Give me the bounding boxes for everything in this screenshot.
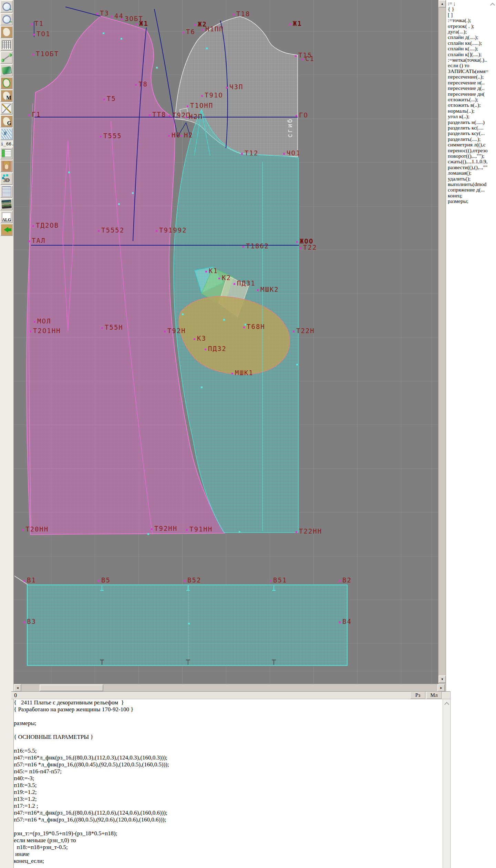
point-marker[interactable] <box>194 338 195 340</box>
command-item[interactable]: сплайн кк(.....); <box>448 40 496 46</box>
algorithm-editor[interactable]: { 2411 Платье с декоративным рельефом }{… <box>14 699 443 868</box>
point-marker[interactable] <box>136 23 137 25</box>
grid-icon[interactable] <box>0 39 13 51</box>
point-marker[interactable] <box>186 529 188 531</box>
zoom-pan-icon[interactable]: ~ <box>0 13 13 25</box>
command-item[interactable]: :=метка(точка(.).. <box>448 57 496 63</box>
scroll-right-button[interactable]: ► <box>437 684 445 692</box>
command-item[interactable]: ломаная(); <box>448 170 496 176</box>
command-item[interactable]: сопряжение д(... <box>448 187 496 193</box>
point-marker[interactable] <box>101 327 103 329</box>
point-marker[interactable] <box>98 580 100 582</box>
scroll-left-button[interactable]: ◄ <box>14 684 21 692</box>
point-marker[interactable] <box>151 528 153 530</box>
curve-point-marker[interactable] <box>156 67 158 69</box>
command-item[interactable]: пересечение д(.. <box>448 85 496 91</box>
command-item[interactable]: разделить(....); <box>448 136 496 142</box>
size-table-icon[interactable] <box>0 147 13 159</box>
command-item[interactable]: удалить(); <box>448 176 496 182</box>
point-marker[interactable] <box>156 230 157 232</box>
point-marker[interactable] <box>296 241 298 243</box>
point-marker[interactable] <box>241 153 243 155</box>
ruler-icon[interactable]: 8 <box>0 128 13 140</box>
point-marker[interactable] <box>96 13 98 15</box>
measure-icon[interactable] <box>0 51 13 64</box>
command-item[interactable]: дуга(...); <box>448 29 496 34</box>
curve-point-marker[interactable] <box>223 319 225 321</box>
exit-icon[interactable] <box>0 224 13 236</box>
point-marker[interactable] <box>168 135 170 137</box>
command-item[interactable]: отложить(...); <box>448 97 496 102</box>
curve-point-marker[interactable] <box>121 38 122 40</box>
point-marker[interactable] <box>183 32 184 33</box>
point-marker[interactable] <box>34 321 35 323</box>
point-marker[interactable] <box>100 136 102 137</box>
curve-point-marker[interactable] <box>182 313 184 315</box>
command-item[interactable]: симметрия л((),с <box>448 142 496 147</box>
command-item[interactable]: сплайн к[](....); <box>448 52 496 57</box>
command-item[interactable]: размеры; <box>448 198 496 204</box>
command-item[interactable]: отрезок( . ); <box>448 23 496 29</box>
curve-point-marker[interactable] <box>147 533 149 535</box>
point-marker[interactable] <box>339 580 341 582</box>
command-item[interactable]: выполнить(dmod <box>448 182 496 187</box>
command-item[interactable]: :=точка(.); <box>448 18 496 23</box>
point-marker[interactable] <box>218 278 220 279</box>
command-item[interactable]: сжать((),..,1.1,0.9, <box>448 159 496 164</box>
point-marker[interactable] <box>233 14 235 16</box>
pattern-piece-icon[interactable] <box>0 26 13 38</box>
point-marker[interactable] <box>296 531 297 533</box>
command-item[interactable]: развести((),(),..,"" <box>448 165 496 170</box>
point-marker[interactable] <box>28 114 30 116</box>
point-marker[interactable] <box>293 331 294 332</box>
point-marker[interactable] <box>289 23 291 25</box>
command-item[interactable]: нормаль(..); <box>448 108 496 114</box>
piece-outline-icon[interactable] <box>0 77 13 89</box>
point-marker[interactable] <box>300 247 301 249</box>
curve-point-marker[interactable] <box>68 172 70 173</box>
point-marker[interactable] <box>169 115 170 117</box>
point-marker[interactable] <box>226 87 228 89</box>
model-icon[interactable]: M <box>0 90 13 102</box>
point-marker[interactable] <box>339 621 341 623</box>
point-marker[interactable] <box>164 331 166 332</box>
status-button-Мл[interactable]: Мл <box>426 692 442 699</box>
point-marker[interactable] <box>234 283 235 285</box>
point-marker[interactable] <box>103 99 105 100</box>
point-marker[interactable] <box>283 153 285 155</box>
command-item[interactable]: пересечение(..); <box>448 74 496 80</box>
point-marker[interactable] <box>231 373 233 374</box>
command-item[interactable]: отложить в(..); <box>448 102 496 108</box>
point-marker[interactable] <box>31 23 33 25</box>
canvas-vertical-scrollbar[interactable]: ▲ ▼ <box>438 0 446 684</box>
curve-point-marker[interactable] <box>118 203 120 205</box>
point-marker[interactable] <box>242 246 244 248</box>
command-item[interactable]: угол к(..); <box>448 114 496 119</box>
drafting-tools-icon[interactable] <box>0 102 13 115</box>
point-marker[interactable] <box>33 34 35 35</box>
point-marker[interactable] <box>149 114 151 116</box>
editor-scrollbar[interactable] <box>443 699 450 868</box>
point-marker[interactable] <box>194 24 196 26</box>
point-marker[interactable] <box>30 331 31 332</box>
library-books-icon[interactable] <box>0 198 13 210</box>
command-item[interactable]: [ ] <box>448 12 496 18</box>
curve-point-marker[interactable] <box>296 364 298 365</box>
algorithm-icon[interactable]: ALG <box>0 211 13 223</box>
client-portrait-icon[interactable] <box>0 160 13 172</box>
point-marker[interactable] <box>296 115 297 117</box>
point-marker[interactable] <box>28 240 30 242</box>
command-item[interactable]: поворот((),..,""); <box>448 153 496 159</box>
command-item[interactable]: { } <box>448 6 496 12</box>
curve-point-marker[interactable] <box>132 192 134 194</box>
point-marker[interactable] <box>201 95 203 97</box>
curve-point-marker[interactable] <box>201 386 203 388</box>
belt-piece[interactable] <box>27 585 347 665</box>
command-item[interactable]: если () то <box>448 63 496 68</box>
scroll-thumb[interactable] <box>40 684 103 691</box>
command-item[interactable]: разделить ксу(... <box>448 131 496 136</box>
point-marker[interactable] <box>243 327 245 328</box>
point-marker[interactable] <box>187 105 188 107</box>
editor-scroll-up-icon[interactable] <box>444 702 449 707</box>
pattern-canvas[interactable]: сгиб Т1ТО1Т1ОБТТ344ЗОБТЖ1Т6Ж2Н1ППТ18Ж1Т1… <box>14 0 438 684</box>
